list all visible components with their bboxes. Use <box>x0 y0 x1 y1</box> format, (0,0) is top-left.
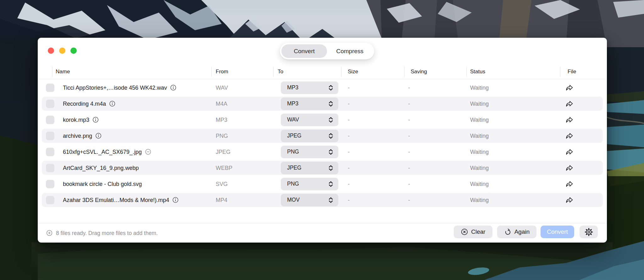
file-row: ArtCard_SKY_16_9.png.webp WEBP JPEG - - <box>38 160 607 176</box>
to-format-value: PNG <box>287 148 327 155</box>
to-format-select[interactable]: PNG <box>281 178 338 190</box>
chevron-up-down-icon <box>327 100 334 108</box>
row-checkbox[interactable] <box>46 99 54 108</box>
file-name: Recording 4.m4a <box>63 100 106 107</box>
close-window-button[interactable] <box>48 48 54 54</box>
file-name: bookmark circle - Club gold.svg <box>63 181 142 187</box>
file-row: 610xfg+cSVL._AC_SX679_.jpg JPEG PNG <box>38 144 607 160</box>
file-name: Ticci AppStories+,…isode 456 WK42.wav <box>63 84 167 91</box>
footer-status-text: 8 files ready. Drag more files to add th… <box>56 230 158 236</box>
column-divider <box>273 67 274 77</box>
chevron-up-down-icon <box>327 164 334 172</box>
to-format-value: MP3 <box>287 84 327 91</box>
add-files-icon[interactable] <box>46 230 53 236</box>
status-text: Waiting <box>470 181 489 187</box>
source-format: MP3 <box>216 116 227 123</box>
row-checkbox[interactable] <box>46 115 54 124</box>
to-format-select[interactable]: WAV <box>281 114 338 126</box>
saving-value: - <box>408 165 410 171</box>
file-row: archive.png PNG JPEG <box>38 128 607 144</box>
status-text: Waiting <box>470 165 489 171</box>
share-button[interactable] <box>564 114 575 126</box>
to-format-value: MP3 <box>287 100 327 107</box>
minus-circle-icon[interactable] <box>145 149 151 155</box>
to-format-select[interactable]: MOV <box>281 194 338 206</box>
to-format-select[interactable]: PNG <box>281 146 338 158</box>
row-checkbox[interactable] <box>46 148 54 156</box>
file-row: Ticci AppStories+,…isode 456 WK42.wav WA… <box>38 80 607 96</box>
table-header: Name From To Size Saving Status File <box>38 64 607 79</box>
file-row: bookmark circle - Club gold.svg SVG PNG … <box>38 176 607 192</box>
column-header-name: Name <box>56 69 70 75</box>
gear-icon <box>585 228 593 236</box>
chevron-up-down-icon <box>327 148 334 156</box>
column-divider <box>341 67 341 77</box>
desktop: Convert Compress Name From To Size Savin… <box>0 0 644 280</box>
to-format-select[interactable]: JPEG <box>281 162 338 174</box>
size-value: - <box>348 165 350 171</box>
zoom-window-button[interactable] <box>70 48 77 54</box>
column-divider <box>560 67 560 77</box>
x-circle-icon <box>461 228 468 236</box>
again-button-label: Again <box>514 228 530 235</box>
column-divider <box>404 67 405 77</box>
column-header-status: Status <box>470 69 485 75</box>
to-format-value: JPEG <box>287 132 327 139</box>
row-checkbox[interactable] <box>46 180 54 188</box>
column-header-file: File <box>568 69 576 75</box>
share-button[interactable] <box>564 178 575 190</box>
status-text: Waiting <box>470 132 489 139</box>
share-button[interactable] <box>564 162 575 174</box>
row-checkbox[interactable] <box>46 83 54 92</box>
file-name: korok.mp3 <box>63 116 89 123</box>
tab-compress[interactable]: Compress <box>327 44 373 58</box>
to-format-select[interactable]: MP3 <box>281 98 338 110</box>
source-format: JPEG <box>216 148 230 155</box>
chevron-up-down-icon <box>327 132 334 140</box>
status-text: Waiting <box>470 197 489 203</box>
saving-value: - <box>408 116 410 123</box>
status-text: Waiting <box>470 84 489 91</box>
again-button[interactable]: Again <box>497 226 536 238</box>
info-circle-icon[interactable] <box>172 197 179 203</box>
file-row: Recording 4.m4a M4A MP3 <box>38 96 607 112</box>
column-header-size: Size <box>348 69 358 75</box>
to-format-value: PNG <box>287 181 327 187</box>
row-checkbox[interactable] <box>46 196 54 204</box>
info-circle-icon[interactable] <box>92 117 99 123</box>
info-circle-icon[interactable] <box>170 85 176 91</box>
to-format-select[interactable]: JPEG <box>281 130 338 142</box>
saving-value: - <box>408 100 410 107</box>
footer-bar: 8 files ready. Drag more files to add th… <box>38 223 607 243</box>
status-text: Waiting <box>470 116 489 123</box>
app-window: Convert Compress Name From To Size Savin… <box>38 38 607 243</box>
minimize-window-button[interactable] <box>59 48 65 54</box>
file-name: ArtCard_SKY_16_9.png.webp <box>63 165 139 171</box>
to-format-select[interactable]: MP3 <box>281 81 338 94</box>
file-row: korok.mp3 MP3 WAV <box>38 112 607 128</box>
share-button[interactable] <box>564 146 575 158</box>
info-circle-icon[interactable] <box>109 101 115 107</box>
size-value: - <box>348 116 350 123</box>
clear-button[interactable]: Clear <box>454 226 492 238</box>
convert-button[interactable]: Convert <box>541 226 574 238</box>
file-list: Ticci AppStories+,…isode 456 WK42.wav WA… <box>38 80 607 208</box>
to-format-value: WAV <box>287 116 327 123</box>
source-format: PNG <box>216 132 228 139</box>
column-divider <box>466 67 467 77</box>
info-circle-icon[interactable] <box>95 133 102 139</box>
refresh-icon <box>504 228 512 236</box>
saving-value: - <box>408 84 410 91</box>
saving-value: - <box>408 132 410 139</box>
column-divider <box>211 67 212 77</box>
tab-convert[interactable]: Convert <box>281 44 327 58</box>
settings-button[interactable] <box>580 226 598 238</box>
file-name: Azahar 3DS Emulati…Mods & More!).mp4 <box>63 197 169 203</box>
row-checkbox[interactable] <box>46 132 54 140</box>
share-button[interactable] <box>564 194 575 206</box>
chevron-up-down-icon <box>327 116 334 124</box>
share-button[interactable] <box>564 98 575 109</box>
row-checkbox[interactable] <box>46 164 54 172</box>
share-button[interactable] <box>564 130 575 142</box>
share-button[interactable] <box>564 82 575 93</box>
